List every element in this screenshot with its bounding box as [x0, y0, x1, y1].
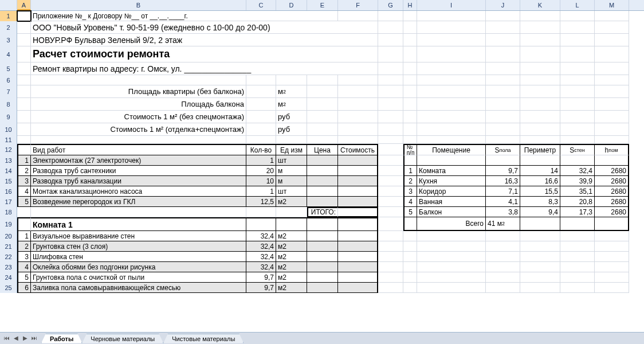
param-val-r10[interactable]	[246, 123, 276, 136]
work2-n-25: 6	[17, 283, 31, 293]
work-unit-17: м2	[276, 197, 307, 207]
tab-chernovye[interactable]: Черновые материалы	[82, 334, 163, 343]
work2-name-23: Оклейка обоями без подгонки рисунка	[31, 262, 246, 272]
rooms-total-l	[560, 217, 595, 231]
col-header-H[interactable]: H	[403, 0, 417, 10]
work-price-13	[307, 155, 338, 166]
row-header-18[interactable]: 18	[0, 207, 17, 217]
col-header-L[interactable]: L	[560, 0, 595, 10]
work2-price-23	[307, 262, 338, 272]
col-header-D[interactable]: D	[276, 0, 307, 10]
row-header-12[interactable]: 12	[0, 144, 17, 155]
rooms-head-l2	[560, 155, 595, 166]
room-name-18: Балкон	[417, 207, 486, 217]
tab-nav-buttons[interactable]: ⏮ ◀ ▶ ⏭	[0, 334, 41, 343]
spreadsheet-area[interactable]: ABCDEFGHIJKLM 1Приложение №_ к Договору …	[0, 0, 644, 333]
work2-unit-22: м2	[276, 252, 307, 262]
row-header-16[interactable]: 16	[0, 186, 17, 197]
select-all-corner[interactable]	[0, 0, 17, 10]
sheet-tab-bar: ⏮ ◀ ▶ ⏭ Работы Черновые материалы Чистов…	[0, 332, 644, 344]
col-header-I[interactable]: I	[417, 0, 486, 10]
rooms-head-perim: Периметр	[520, 144, 560, 155]
param-unit-r9: руб	[276, 111, 307, 123]
tab-last-icon[interactable]: ⏭	[30, 334, 39, 343]
row-header-11[interactable]: 11	[0, 136, 17, 144]
col-header-K[interactable]: K	[520, 0, 560, 10]
room-s-14: 9,7	[486, 166, 520, 176]
work-qty-14: 20	[246, 166, 276, 176]
room-sw-14: 32,4	[560, 166, 595, 176]
row-header-8[interactable]: 8	[0, 98, 17, 111]
column-headers[interactable]: ABCDEFGHIJKLM	[0, 0, 644, 11]
col-header-J[interactable]: J	[486, 0, 520, 10]
row-header-21[interactable]: 21	[0, 241, 17, 252]
col-header-B[interactable]: B	[31, 0, 246, 10]
row-header-14[interactable]: 14	[0, 166, 17, 176]
row-header-1[interactable]: 1	[0, 11, 17, 21]
tab-next-icon[interactable]: ▶	[21, 334, 30, 343]
work2-unit-23: м2	[276, 262, 307, 272]
tab-prev-icon[interactable]: ◀	[11, 334, 21, 343]
work2-qty-22: 32,4	[246, 252, 276, 262]
param-label-r8: Площадь балкона	[31, 98, 246, 111]
col-header-A[interactable]: A	[17, 0, 31, 10]
row-header-25[interactable]: 25	[0, 283, 17, 293]
work-price-16	[307, 186, 338, 197]
rooms-head-spola: Sпола	[486, 144, 520, 155]
work2-name-20: Визуальное выравнивание стен	[31, 231, 246, 241]
row-header-24[interactable]: 24	[0, 272, 17, 283]
work-cost-16	[338, 186, 378, 197]
work2-n-20: 1	[17, 231, 31, 241]
param-val-r9[interactable]	[246, 111, 276, 123]
col-header-C[interactable]: C	[246, 0, 276, 10]
col-header-M[interactable]: M	[595, 0, 629, 10]
cell-A1[interactable]	[17, 11, 31, 21]
work2-qty-24: 9,7	[246, 272, 276, 283]
col-header-F[interactable]: F	[338, 0, 378, 10]
param-val-r7[interactable]	[246, 85, 276, 98]
work2-cost-23	[338, 262, 378, 272]
row-header-19[interactable]: 19	[0, 217, 17, 231]
param-val-r8[interactable]	[246, 98, 276, 111]
row-header-10[interactable]: 10	[0, 123, 17, 136]
work-qty-16: 1	[246, 186, 276, 197]
row-header-4[interactable]: 4	[0, 46, 17, 62]
row-header-23[interactable]: 23	[0, 262, 17, 272]
work2-n-22: 3	[17, 252, 31, 262]
tab-chistovye[interactable]: Чистовые материалы	[163, 334, 244, 343]
row-header-15[interactable]: 15	[0, 176, 17, 186]
room-h-17: 2680	[595, 197, 629, 207]
row-header-9[interactable]: 9	[0, 111, 17, 123]
room-n-17: 4	[403, 197, 417, 207]
tab-raboty[interactable]: Работы	[41, 334, 82, 343]
row-header-13[interactable]: 13	[0, 155, 17, 166]
work2-price-22	[307, 252, 338, 262]
param-label-r10: Стоимость 1 м² (отделка+спецмонтаж)	[31, 123, 246, 136]
row-header-7[interactable]: 7	[0, 85, 17, 98]
rooms-total-k	[520, 217, 560, 231]
work2-name-21: Грунтовка стен (3 слоя)	[31, 241, 246, 252]
company-line: ООО "Новый Уровень" т. 90-51-99 (ежеднев…	[31, 21, 378, 34]
address2-line: Ремонт квартиры по адресу: г. Омск, ул. …	[31, 62, 378, 75]
room-h-14: 2680	[595, 166, 629, 176]
work-cost-14	[338, 166, 378, 176]
tab-first-icon[interactable]: ⏮	[2, 334, 11, 343]
row-header-5[interactable]: 5	[0, 62, 17, 75]
work-cost-17	[338, 197, 378, 207]
work2-unit-21: м2	[276, 241, 307, 252]
row-header-20[interactable]: 20	[0, 231, 17, 241]
room-p-16: 15,5	[520, 186, 560, 197]
works-head-unit: Ед изм	[276, 144, 307, 155]
row-header-2[interactable]: 2	[0, 21, 17, 34]
room-n-14: 1	[403, 166, 417, 176]
row-header-17[interactable]: 17	[0, 197, 17, 207]
col-header-E[interactable]: E	[307, 0, 338, 10]
room-sw-17: 20,8	[560, 197, 595, 207]
room-sw-18: 17,3	[560, 207, 595, 217]
row-header-22[interactable]: 22	[0, 252, 17, 262]
work2-cost-25	[338, 283, 378, 293]
col-header-G[interactable]: G	[378, 0, 403, 10]
title-line: Расчет стоимости ремонта	[31, 46, 378, 62]
row-header-6[interactable]: 6	[0, 75, 17, 85]
row-header-3[interactable]: 3	[0, 34, 17, 46]
